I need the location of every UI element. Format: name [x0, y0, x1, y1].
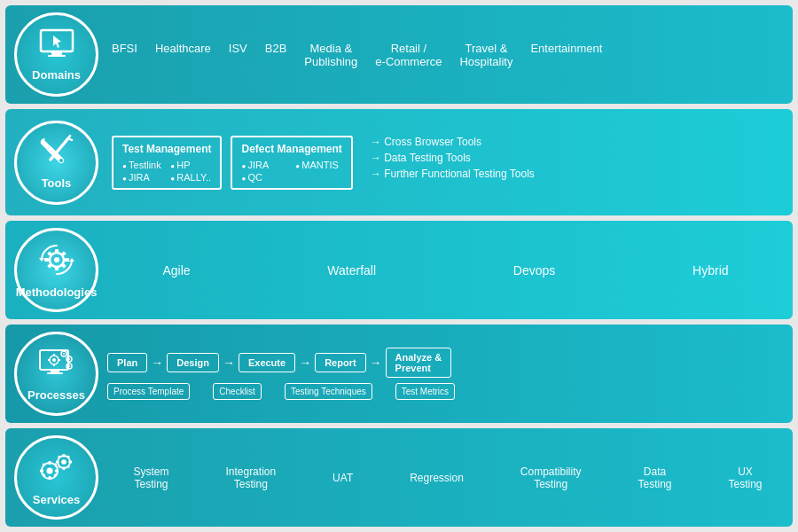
process-subtitles: Process Template Checklist Testing Techn…: [107, 383, 784, 400]
svg-rect-49: [56, 460, 59, 463]
service-regression: Regression: [410, 472, 464, 484]
svg-rect-12: [44, 258, 49, 262]
tools-content: Test Management Testlink HP JIRA RALLY..…: [112, 136, 784, 190]
domain-healthcare: Healthcare: [155, 42, 211, 68]
tool-testlink: Testlink: [122, 160, 163, 170]
processes-content: Plan → Design → Execute → Report → Analy…: [107, 348, 784, 400]
services-list: SystemTesting IntegrationTesting UAT Reg…: [112, 466, 784, 490]
svg-point-24: [52, 358, 56, 362]
domains-label: Domains: [32, 68, 81, 82]
svg-marker-3: [53, 35, 61, 48]
step-plan: Plan: [107, 353, 147, 372]
step-design: Design: [167, 353, 219, 372]
tool-qc: QC: [241, 172, 288, 183]
services-icon: Services: [14, 435, 98, 520]
svg-rect-1: [51, 51, 62, 55]
test-management-items: Testlink HP JIRA RALLY..: [122, 160, 211, 183]
svg-rect-22: [47, 372, 63, 374]
processes-label: Processes: [27, 388, 85, 402]
svg-rect-2: [48, 55, 66, 57]
services-label: Services: [33, 493, 81, 506]
defect-management-box: Defect Management JIRA MANTIS QC: [231, 136, 352, 190]
svg-point-34: [68, 365, 70, 367]
tool-mantis: MANTIS: [295, 160, 342, 170]
tool-rally: RALLY..: [170, 172, 211, 183]
extra-functional: Further Functional Testing Tools: [371, 168, 784, 180]
sub-process-template: Process Template: [107, 383, 190, 400]
service-integration-testing: IntegrationTesting: [225, 466, 276, 490]
svg-rect-52: [66, 455, 70, 458]
svg-rect-48: [62, 466, 65, 470]
svg-rect-26: [53, 364, 55, 366]
tools-row: Tools Test Management Testlink HP JIRA R…: [5, 109, 793, 215]
svg-point-32: [68, 358, 70, 360]
svg-marker-18: [39, 258, 44, 262]
tools-extra: Cross Browser Tools Data Testing Tools F…: [362, 136, 784, 184]
methodologies-row: Methodologies Agile Waterfall Devops Hyb…: [5, 221, 793, 319]
svg-rect-11: [55, 266, 59, 270]
svg-rect-47: [62, 454, 65, 458]
arrow-3: →: [299, 356, 311, 370]
svg-rect-39: [40, 469, 43, 472]
methodology-hybrid: Hybrid: [692, 263, 728, 278]
tools-icon: Tools: [14, 121, 98, 205]
domain-travel: Travel &Hospitality: [459, 42, 512, 68]
methodologies-icon: Methodologies: [14, 228, 98, 312]
step-analyze: Analyze &Prevent: [386, 348, 452, 378]
processes-row: Processes Plan → Design → Execute → Repo…: [5, 325, 793, 423]
svg-rect-28: [58, 359, 60, 361]
step-report: Report: [315, 353, 365, 372]
svg-rect-40: [55, 469, 59, 472]
methodology-agile: Agile: [162, 263, 190, 278]
domain-media: Media &Publishing: [304, 42, 357, 68]
domain-b2b: B2B: [265, 42, 287, 68]
test-management-box: Test Management Testlink HP JIRA RALLY..: [112, 136, 222, 190]
defect-management-items: JIRA MANTIS QC: [241, 160, 341, 183]
tool-hp: HP: [170, 160, 211, 170]
processes-icon: Processes: [14, 332, 98, 416]
sub-checklist: Checklist: [213, 383, 262, 400]
service-system-testing: SystemTesting: [133, 466, 168, 490]
tool-jira-tm: JIRA: [122, 172, 163, 183]
tools-label: Tools: [42, 176, 72, 190]
svg-point-30: [63, 353, 65, 355]
step-execute: Execute: [239, 353, 295, 372]
test-management-title: Test Management: [122, 143, 211, 155]
svg-point-46: [61, 459, 66, 465]
svg-rect-50: [68, 460, 72, 463]
domain-bfsi: BFSI: [112, 42, 137, 68]
svg-rect-10: [55, 249, 59, 254]
domain-isv: ISV: [229, 42, 247, 68]
domains-row: Domains BFSI Healthcare ISV B2B Media &P…: [5, 5, 793, 104]
svg-rect-25: [53, 354, 55, 356]
svg-point-4: [59, 159, 63, 162]
domain-entertainment: Entertainment: [530, 42, 602, 68]
sub-test-metrics: Test Metrics: [395, 383, 455, 400]
methodology-waterfall: Waterfall: [327, 263, 376, 278]
sub-testing-techniques: Testing Techniques: [285, 383, 372, 400]
svg-rect-37: [48, 461, 51, 465]
svg-point-36: [46, 467, 52, 473]
domains-list: BFSI Healthcare ISV B2B Media &Publishin…: [112, 42, 784, 68]
extra-cross-browser: Cross Browser Tools: [371, 136, 784, 148]
methodologies-list: Agile Waterfall Devops Hybrid: [107, 263, 784, 278]
arrow-1: →: [151, 356, 163, 370]
service-uat: UAT: [332, 472, 353, 484]
methodology-devops: Devops: [513, 263, 555, 278]
svg-line-7: [68, 136, 70, 138]
svg-point-9: [54, 257, 59, 262]
domain-retail: Retail /e-Commerce: [375, 42, 442, 68]
svg-rect-27: [48, 359, 51, 361]
svg-rect-38: [48, 476, 51, 480]
defect-management-title: Defect Management: [241, 143, 341, 155]
process-steps: Plan → Design → Execute → Report → Analy…: [107, 348, 784, 378]
svg-rect-51: [57, 455, 60, 458]
tool-jira-dm: JIRA: [241, 160, 288, 170]
main-container: Domains BFSI Healthcare ISV B2B Media &P…: [0, 0, 798, 532]
svg-marker-19: [69, 258, 74, 262]
domains-icon: Domains: [14, 12, 98, 97]
svg-rect-13: [65, 258, 69, 262]
services-row: Services SystemTesting IntegrationTestin…: [5, 428, 793, 527]
extra-data-testing: Data Testing Tools: [371, 152, 784, 164]
arrow-4: →: [370, 356, 382, 370]
